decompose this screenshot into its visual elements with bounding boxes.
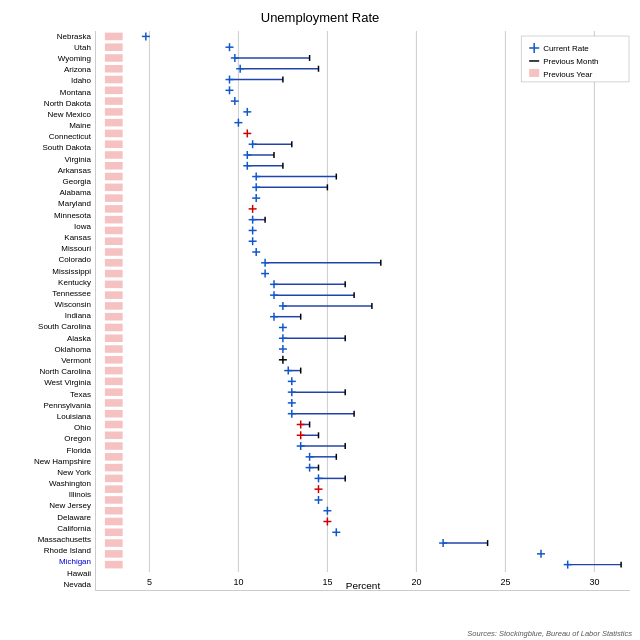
svg-rect-14	[105, 43, 123, 51]
svg-rect-18	[105, 87, 123, 95]
y-label: Utah	[10, 42, 91, 53]
svg-rect-40	[105, 324, 123, 332]
source-text: Sources: Stockingblue, Bureau of Labor S…	[467, 629, 632, 638]
y-label: Delaware	[10, 512, 91, 523]
y-label: Louisiana	[10, 411, 91, 422]
svg-rect-38	[105, 302, 123, 310]
svg-text:Previous Year: Previous Year	[543, 70, 593, 79]
svg-rect-17	[105, 76, 123, 84]
y-label: Pennsylvania	[10, 400, 91, 411]
svg-rect-57	[105, 507, 123, 515]
chart-container: Unemployment Rate NebraskaUtahWyomingAri…	[0, 0, 640, 640]
svg-rect-46	[105, 388, 123, 396]
y-label: Virginia	[10, 154, 91, 165]
y-label: Oregon	[10, 434, 91, 445]
y-label: Indiana	[10, 311, 91, 322]
svg-rect-42	[105, 345, 123, 353]
svg-rect-51	[105, 442, 123, 450]
y-label: Oklahoma	[10, 344, 91, 355]
svg-rect-28	[105, 194, 123, 202]
y-label: Arizona	[10, 65, 91, 76]
svg-rect-16	[105, 65, 123, 73]
y-label: Mississippi	[10, 266, 91, 277]
y-label: Rhode Island	[10, 546, 91, 557]
y-label: Texas	[10, 389, 91, 400]
svg-rect-32	[105, 237, 123, 245]
svg-rect-13	[105, 33, 123, 41]
svg-rect-36	[105, 281, 123, 289]
svg-text:20: 20	[411, 577, 421, 587]
y-label: Illinois	[10, 490, 91, 501]
svg-rect-43	[105, 356, 123, 364]
y-label: Alabama	[10, 188, 91, 199]
y-label: Massachusetts	[10, 535, 91, 546]
svg-rect-24	[105, 151, 123, 159]
svg-text:Percent: Percent	[346, 580, 381, 590]
svg-rect-29	[105, 205, 123, 213]
svg-rect-37	[105, 291, 123, 299]
svg-rect-62	[105, 561, 123, 569]
y-label: Missouri	[10, 244, 91, 255]
y-label: Kentucky	[10, 277, 91, 288]
svg-rect-33	[105, 248, 123, 256]
y-label: New Hampshire	[10, 456, 91, 467]
svg-rect-58	[105, 518, 123, 526]
svg-rect-30	[105, 216, 123, 224]
y-label: Arkansas	[10, 165, 91, 176]
y-label: West Virginia	[10, 378, 91, 389]
y-label: Kansas	[10, 232, 91, 243]
svg-rect-21	[105, 119, 123, 127]
svg-rect-27	[105, 184, 123, 192]
y-label: California	[10, 523, 91, 534]
svg-text:Current Rate: Current Rate	[543, 44, 589, 53]
y-label: Washington	[10, 479, 91, 490]
svg-rect-52	[105, 453, 123, 461]
y-label: Nebraska	[10, 31, 91, 42]
y-label: Minnesota	[10, 210, 91, 221]
y-label: Maine	[10, 121, 91, 132]
svg-rect-56	[105, 496, 123, 504]
y-label: Connecticut	[10, 132, 91, 143]
svg-rect-23	[105, 140, 123, 148]
svg-rect-45	[105, 378, 123, 386]
svg-rect-19	[105, 97, 123, 105]
svg-rect-54	[105, 475, 123, 483]
svg-rect-50	[105, 431, 123, 439]
svg-text:Previous Month: Previous Month	[543, 57, 598, 66]
svg-rect-25	[105, 162, 123, 170]
svg-text:5: 5	[147, 577, 152, 587]
svg-rect-31	[105, 227, 123, 235]
y-label: Vermont	[10, 356, 91, 367]
y-label: Wisconsin	[10, 300, 91, 311]
svg-rect-60	[105, 539, 123, 547]
y-label: Hawaii	[10, 568, 91, 579]
y-label: Wyoming	[10, 53, 91, 64]
svg-rect-61	[105, 550, 123, 558]
svg-text:25: 25	[500, 577, 510, 587]
svg-rect-26	[105, 173, 123, 181]
svg-rect-34	[105, 259, 123, 267]
svg-text:15: 15	[322, 577, 332, 587]
y-label: Maryland	[10, 199, 91, 210]
svg-rect-39	[105, 313, 123, 321]
svg-rect-35	[105, 270, 123, 278]
svg-rect-48	[105, 410, 123, 418]
y-label: Florida	[10, 445, 91, 456]
y-label: Michigan	[10, 557, 91, 568]
y-label: South Dakota	[10, 143, 91, 154]
svg-text:10: 10	[233, 577, 243, 587]
plot-area: 51015202530PercentCurrent RatePrevious M…	[95, 31, 630, 591]
y-labels: NebraskaUtahWyomingArizonaIdahoMontanaNo…	[10, 31, 95, 591]
y-label: Colorado	[10, 255, 91, 266]
chart-title: Unemployment Rate	[10, 10, 630, 25]
svg-rect-53	[105, 464, 123, 472]
svg-rect-44	[105, 367, 123, 375]
y-label: New Jersey	[10, 501, 91, 512]
svg-rect-59	[105, 529, 123, 537]
svg-rect-41	[105, 334, 123, 342]
y-label: Alaska	[10, 333, 91, 344]
svg-rect-221	[529, 69, 539, 77]
y-label: New York	[10, 467, 91, 478]
y-label: Nevada	[10, 579, 91, 590]
y-label: Ohio	[10, 423, 91, 434]
